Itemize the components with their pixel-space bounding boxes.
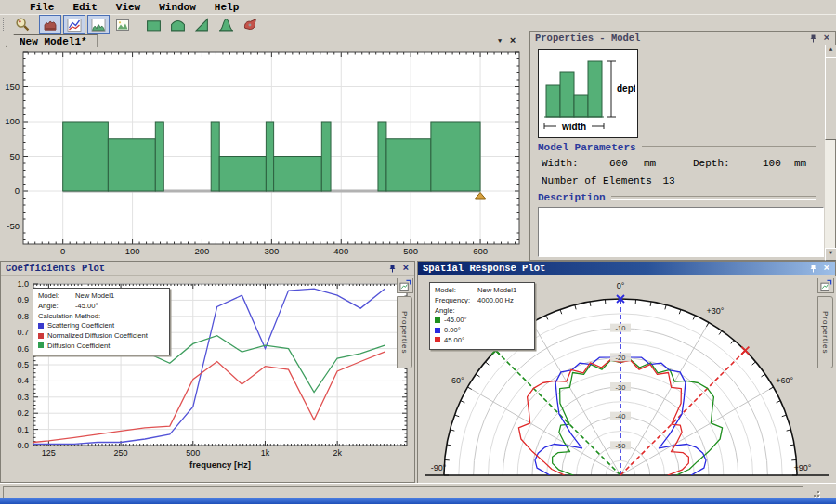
arch-shape-icon xyxy=(170,17,186,32)
coefficients-panel: Coefficients Plot × 0.00.10.20.30.40.50.… xyxy=(0,261,415,483)
normalized-diffusion-swatch xyxy=(38,333,44,339)
tab-new-model1[interactable]: New Model1* xyxy=(6,34,98,47)
svg-text:0.3: 0.3 xyxy=(17,393,29,402)
legend-frequency-label: Frequency: xyxy=(435,296,477,306)
coefficients-panel-title: Coefficients Plot xyxy=(6,263,105,274)
bell-shape-icon xyxy=(218,17,234,32)
shape-rectangle-button[interactable] xyxy=(142,15,164,34)
popout-chart-button[interactable] xyxy=(817,278,834,293)
svg-text:0.1: 0.1 xyxy=(17,425,29,434)
width-param-unit: mm xyxy=(644,158,656,169)
angle-45-swatch xyxy=(435,337,440,342)
svg-text:-60°: -60° xyxy=(449,376,464,385)
legend-model-value: New Model1 xyxy=(75,291,114,300)
spatial-panel-header[interactable]: Spatial Response Plot × xyxy=(418,262,835,275)
close-icon[interactable]: × xyxy=(399,264,411,273)
document-tab-bar: New Model1* ▼ × xyxy=(0,34,528,47)
menu-file[interactable]: File xyxy=(20,2,63,13)
popout-chart-button[interactable] xyxy=(397,278,413,293)
spatial-plot-button[interactable] xyxy=(87,15,110,34)
image-export-button[interactable] xyxy=(111,15,134,34)
application-window: File Edit View Window Help xyxy=(0,0,836,504)
zoom-button[interactable] xyxy=(11,15,33,34)
model-parameters-section: Model Parameters xyxy=(538,142,816,153)
resize-grip[interactable] xyxy=(810,488,819,497)
svg-text:-20: -20 xyxy=(616,354,626,362)
thumb-bar xyxy=(588,61,602,117)
svg-text:0°: 0° xyxy=(617,281,625,291)
red-tool-button[interactable] xyxy=(239,15,261,34)
svg-text:+30°: +30° xyxy=(707,306,725,316)
model-parameters-title: Model Parameters xyxy=(538,142,636,153)
model-view-button[interactable] xyxy=(39,15,61,34)
svg-text:600: 600 xyxy=(473,246,488,256)
tab-list-dropdown-icon[interactable]: ▼ xyxy=(493,36,506,46)
tab-properties-spatial[interactable]: Properties xyxy=(817,296,833,368)
svg-text:0.6: 0.6 xyxy=(17,344,29,354)
menu-edit[interactable]: Edit xyxy=(63,2,106,13)
scrollbar-thumb[interactable] xyxy=(825,57,836,140)
spatial-response-icon xyxy=(91,18,106,32)
svg-text:-50: -50 xyxy=(7,221,20,231)
shape-bell-button[interactable] xyxy=(215,15,237,34)
svg-text:0.0: 0.0 xyxy=(17,441,29,450)
legend-angle-value: -45.00° xyxy=(75,302,98,310)
svg-text:-10: -10 xyxy=(616,324,626,332)
shape-arch-button[interactable] xyxy=(166,15,189,34)
pin-icon[interactable] xyxy=(385,265,399,273)
close-icon[interactable]: × xyxy=(820,264,832,273)
spatial-legend: Model:New Model1 Frequency:4000.00 Hz An… xyxy=(429,282,535,350)
coefficients-panel-header[interactable]: Coefficients Plot × xyxy=(1,262,414,276)
thumb-bar xyxy=(560,72,574,117)
dimensions-row: Width: 600 mm Depth: 100 mm xyxy=(530,158,836,171)
menu-help[interactable]: Help xyxy=(205,2,248,13)
spatial-panel-title: Spatial Response Plot xyxy=(423,263,545,274)
svg-text:-90°: -90° xyxy=(431,463,447,472)
normalized-diffusion-label: Normalized Diffusion Coefficient xyxy=(47,331,148,340)
scroll-down-icon[interactable]: ▼ xyxy=(825,248,836,261)
scroll-up-icon[interactable]: ▲ xyxy=(825,45,836,58)
svg-text:0: 0 xyxy=(15,186,20,196)
svg-text:-30: -30 xyxy=(616,383,626,392)
scattering-label: Scattering Coefficient xyxy=(47,321,114,330)
depth-param-value: 100 xyxy=(763,158,781,169)
thumbnail-diagram: depth width xyxy=(539,50,635,136)
menu-view[interactable]: View xyxy=(107,2,150,13)
depth-param-label: Depth: xyxy=(693,158,730,169)
menu-window[interactable]: Window xyxy=(150,2,205,13)
shape-triangle-button[interactable] xyxy=(190,15,213,34)
thumb-bar xyxy=(546,85,560,117)
svg-text:150: 150 xyxy=(5,82,20,92)
description-field[interactable] xyxy=(538,207,824,257)
model-window-close-icon[interactable]: × xyxy=(506,36,519,46)
angle-0-label: 0.00° xyxy=(444,326,461,334)
svg-text:250: 250 xyxy=(114,448,128,458)
svg-text:500: 500 xyxy=(186,448,200,458)
thumb-bar xyxy=(574,95,588,117)
legend-angle-label: Angle: xyxy=(435,306,529,317)
model-thumbnail: depth width xyxy=(538,49,638,138)
vertical-tab-label: Properties xyxy=(821,311,829,354)
pin-icon[interactable] xyxy=(806,34,820,43)
status-bar xyxy=(0,483,836,499)
tab-properties-coefficients[interactable]: Properties xyxy=(397,296,412,368)
toolbar-grip xyxy=(3,18,7,32)
close-icon[interactable]: × xyxy=(820,33,832,43)
tab-label: New Model1* xyxy=(20,36,87,47)
svg-text:0.5: 0.5 xyxy=(17,360,29,369)
properties-panel-title: Properties - Model xyxy=(535,32,640,44)
legend-model-label: Model: xyxy=(435,286,477,296)
depth-label: depth xyxy=(617,84,635,94)
svg-text:200: 200 xyxy=(195,246,210,256)
properties-panel-header[interactable]: Properties - Model × xyxy=(530,32,835,45)
triangle-shape-icon xyxy=(194,17,210,32)
svg-text:400: 400 xyxy=(333,246,348,256)
magnifier-icon xyxy=(15,17,31,32)
svg-text:125: 125 xyxy=(42,448,56,458)
svg-text:1k: 1k xyxy=(261,448,270,458)
model-profile-view[interactable]: 0100200300400500600-50050100150 xyxy=(0,47,528,261)
coefficients-plot-button[interactable] xyxy=(63,15,85,34)
svg-text:100: 100 xyxy=(125,246,140,256)
popout-chart-icon xyxy=(399,279,411,291)
pin-icon[interactable] xyxy=(806,265,820,273)
